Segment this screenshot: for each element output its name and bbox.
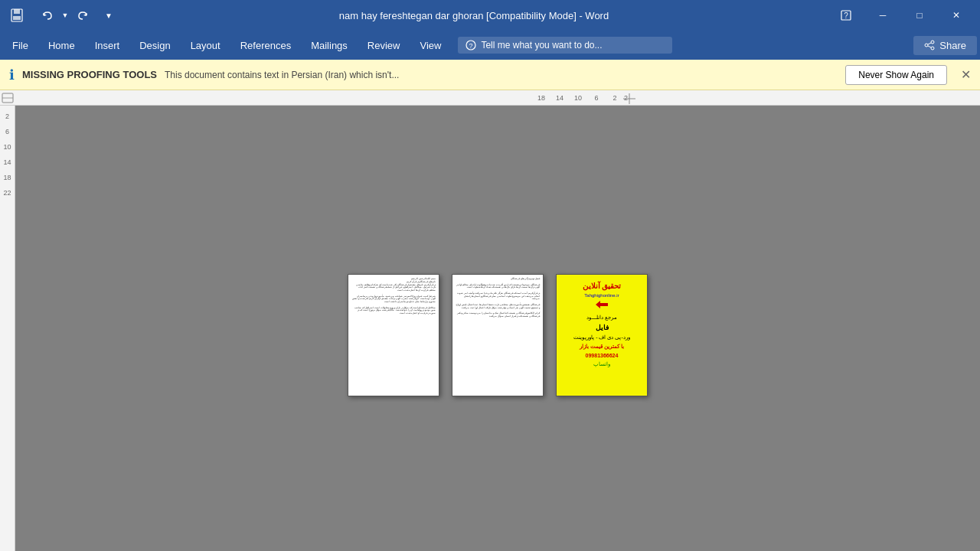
maximize-button[interactable]: □ [902,4,937,27]
svg-point-7 [931,41,934,44]
tell-me-text: Tell me what you want to do... [481,40,602,51]
undo-icon[interactable] [37,5,58,26]
lruler-2: 2 [5,109,9,124]
svg-line-11 [928,46,931,47]
ruler-num-2: 2 [606,94,624,102]
ad-product: فایل [596,324,609,331]
svg-rect-2 [13,16,21,20]
ruler-num-10: 10 [569,94,587,102]
menu-review[interactable]: Review [358,35,410,56]
infobar-close-icon[interactable]: ✕ [961,67,971,82]
share-button[interactable]: Share [913,36,977,55]
ruler-num-14: 14 [550,94,569,102]
ad-cta: با کمترین قیمت بازار [580,344,624,350]
lruler-6: 6 [5,124,9,139]
document-area[interactable]: بسم الله الرحمن الرحیم نام‌های فرشتگان د… [15,106,980,551]
page2-content: فصل دوم: ویژگی‌های فرشتگان فرشتگان موجود… [452,275,543,321]
ad-tagline: مرجع دانلـــود [586,315,617,321]
infobar-text: This document contains text in Persian (… [165,70,838,80]
menu-home[interactable]: Home [39,35,84,56]
svg-marker-16 [596,301,608,308]
svg-line-10 [928,43,931,44]
thumbnails-row: بسم الله الرحمن الرحیم نام‌های فرشتگان د… [348,274,648,396]
titlebar-left: ▼ ▼ [6,5,119,26]
svg-text:?: ? [469,42,473,50]
tell-me-input[interactable]: ? Tell me what you want to do... [458,37,672,54]
svg-rect-1 [14,9,20,14]
svg-text:?: ? [844,11,848,20]
info-icon: ℹ [9,67,15,83]
svg-point-9 [931,47,934,50]
customize-icon[interactable]: ▼ [98,5,119,26]
ad-content: تحقیق آنلاین Tahghighonline.ir مرجع دانل… [557,275,647,396]
vertical-ruler: 2 6 10 14 18 22 [0,106,15,551]
undo-dropdown-icon[interactable]: ▼ [60,5,70,26]
ad-whatsapp: واتساپ [593,361,610,367]
lruler-18: 18 [3,170,11,185]
ruler-numbers: 18 14 10 6 2 2 [532,94,628,102]
svg-point-8 [925,44,928,47]
infobar: ℹ MISSING PROOFING TOOLS This document c… [0,60,980,90]
ruler-num-18: 18 [532,94,550,102]
ad-desc: ورد-پی دی اف - پاورپوینت [573,334,629,341]
ruler-num-6: 6 [587,94,606,102]
menu-references[interactable]: References [231,35,300,56]
ad-title: تحقیق آنلاین [583,281,622,291]
close-button[interactable]: ✕ [939,4,974,27]
menu-layout[interactable]: Layout [181,35,230,56]
never-show-button[interactable]: Never Show Again [845,65,947,85]
infobar-label: MISSING PROOFING TOOLS [22,69,157,80]
save-icon[interactable] [6,5,28,26]
menu-insert[interactable]: Insert [86,35,129,56]
undo-area: ▼ [37,5,93,26]
minimize-button[interactable]: ─ [865,4,900,27]
lruler-10: 10 [3,139,11,155]
menu-file[interactable]: File [3,35,38,56]
titlebar: ▼ ▼ nam hay fereshtegan dar ghoran [Comp… [0,0,980,31]
menubar: File Home Insert Design Layout Reference… [0,31,980,60]
content-area: 2 6 10 14 18 22 بسم الله الرحمن الرحیم ن… [0,106,980,551]
lruler-22: 22 [3,185,11,201]
page-thumbnail-2[interactable]: فصل دوم: ویژگی‌های فرشتگان فرشتگان موجود… [452,274,544,396]
help-icon[interactable]: ? [828,4,864,27]
window-controls: ? ─ □ ✕ [828,4,974,27]
menu-view[interactable]: View [410,35,450,56]
menu-design[interactable]: Design [130,35,179,56]
ad-site: Tahghighonline.ir [584,293,619,298]
menu-mailings[interactable]: Mailings [302,35,357,56]
ad-phone: 09981366624 [586,353,619,358]
share-label: Share [939,40,966,51]
window-title: nam hay fereshtegan dar ghoran [Compatib… [119,10,828,21]
page-thumbnail-1[interactable]: بسم الله الرحمن الرحیم نام‌های فرشتگان د… [348,274,439,396]
page1-content: بسم الله الرحمن الرحیم نام‌های فرشتگان د… [348,275,439,318]
redo-icon[interactable] [72,5,93,26]
horizontal-ruler: 18 14 10 6 2 2 [0,90,980,106]
lruler-14: 14 [3,155,11,170]
page-thumbnail-3[interactable]: تحقیق آنلاین Tahghighonline.ir مرجع دانل… [556,274,648,396]
